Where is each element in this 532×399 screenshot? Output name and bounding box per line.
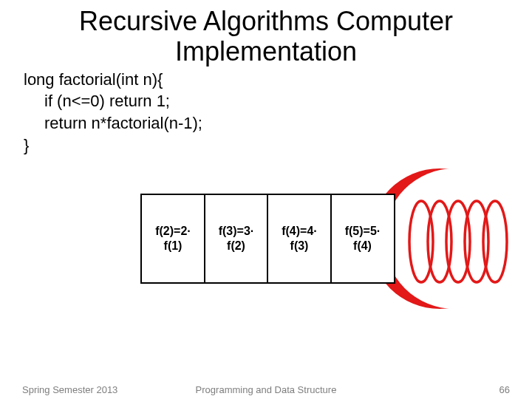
code-line-1: long factorial(int n){ xyxy=(24,69,532,91)
slide-title: Recursive Algorithms Computer Implementa… xyxy=(0,0,532,67)
box-bottom: f(4) xyxy=(353,239,372,253)
svg-point-4 xyxy=(483,201,507,282)
code-block: long factorial(int n){ if (n<=0) return … xyxy=(0,67,532,157)
stack-box: f(2)=2· f(1) xyxy=(140,194,205,284)
stack-box: f(5)=5· f(4) xyxy=(330,194,395,284)
box-bottom: f(1) xyxy=(164,239,183,253)
code-line-3: return n*factorial(n-1); xyxy=(24,112,532,134)
stack-box: f(3)=3· f(2) xyxy=(204,194,269,284)
stack-box: f(4)=4· f(3) xyxy=(267,194,332,284)
code-line-4: } xyxy=(24,134,532,157)
title-line-2: Implementation xyxy=(175,36,357,66)
box-bottom: f(3) xyxy=(290,239,309,253)
footer-center: Programming and Data Structure xyxy=(0,384,532,395)
title-line-1: Recursive Algorithms Computer xyxy=(79,6,453,36)
svg-point-2 xyxy=(446,201,470,282)
call-stack-boxes: f(2)=2· f(1) f(3)=3· f(2) f(4)=4· f(3) f… xyxy=(140,194,393,284)
svg-point-3 xyxy=(465,201,488,282)
box-top: f(5)=5· xyxy=(345,224,381,239)
box-top: f(2)=2· xyxy=(155,224,191,239)
page-number: 66 xyxy=(499,384,510,395)
svg-point-0 xyxy=(409,201,433,282)
recursion-diagram: f(2)=2· f(1) f(3)=3· f(2) f(4)=4· f(3) f… xyxy=(140,185,495,310)
box-bottom: f(2) xyxy=(227,239,245,253)
spiral-icon xyxy=(406,194,525,290)
box-top: f(4)=4· xyxy=(282,224,317,239)
svg-point-1 xyxy=(428,201,451,282)
box-top: f(3)=3· xyxy=(219,224,254,239)
code-line-2: if (n<=0) return 1; xyxy=(24,90,532,112)
